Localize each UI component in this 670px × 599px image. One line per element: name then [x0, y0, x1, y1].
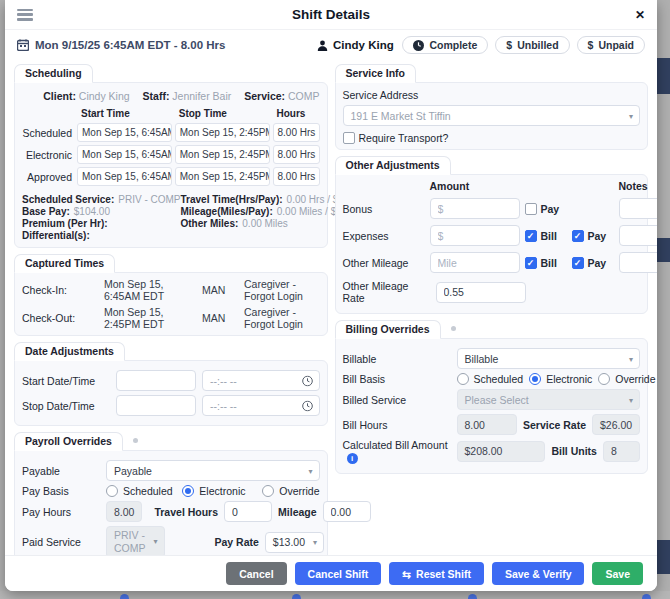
expenses-amount-input[interactable]: [430, 225, 520, 246]
checkin-datetime: Mon Sep 15, 6:45AM EDT: [104, 278, 196, 302]
bill-units-label: Bill Units: [551, 445, 597, 457]
row-label: Approved: [22, 171, 74, 183]
close-icon[interactable]: ✕: [635, 8, 645, 22]
amount-header: Amount: [430, 180, 520, 192]
row-label: Scheduled: [22, 127, 74, 139]
pay-basis-scheduled-radio[interactable]: Scheduled: [106, 485, 176, 497]
stop-time-input[interactable]: --:-- --: [202, 395, 320, 416]
shift-datetime: Mon 9/15/25 6:45AM EDT - 8.00 Hrs: [17, 39, 317, 51]
save-verify-button[interactable]: Save & Verify: [492, 562, 585, 585]
payable-select[interactable]: Payable: [106, 460, 320, 481]
tab-service-info: Service Info: [335, 64, 417, 83]
other-mileage-rate-input[interactable]: [436, 282, 526, 303]
expenses-notes-input[interactable]: [619, 225, 658, 246]
tab-indicator-dot: [133, 438, 138, 443]
tab-billing-overrides: Billing Overrides: [335, 320, 441, 339]
tab-date-adjustments: Date Adjustments: [14, 342, 125, 361]
save-button[interactable]: Save: [592, 562, 643, 585]
paid-service-select: PRIV - COMP: [106, 526, 165, 555]
modal-titlebar: Shift Details ✕: [5, 0, 657, 30]
bonus-notes-input[interactable]: [619, 198, 658, 219]
bill-basis-scheduled-radio[interactable]: Scheduled: [457, 373, 524, 385]
tab-payroll-overrides: Payroll Overrides: [14, 432, 123, 451]
travel-hours-input[interactable]: [224, 501, 272, 522]
info-icon[interactable]: i: [347, 453, 358, 464]
pay-rate-select[interactable]: $13.00: [265, 532, 324, 553]
scheduling-section: Scheduling Client: Cindy King Staff: Jen…: [14, 63, 328, 248]
status-badge-unpaid: $ Unpaid: [577, 36, 645, 54]
paid-service-label: Paid Service: [22, 536, 100, 548]
calculated-bill-amount-field: $208.00: [457, 441, 546, 462]
client-name-text: Cindy King: [333, 39, 394, 51]
stop-date-input[interactable]: [116, 395, 196, 416]
dollar-icon: $: [506, 39, 512, 51]
bill-hours-label: Bill Hours: [343, 419, 451, 431]
start-date-input[interactable]: [116, 370, 196, 391]
require-transport-checkbox[interactable]: Require Transport?: [343, 132, 641, 144]
bonus-pay-checkbox[interactable]: Pay: [525, 203, 567, 215]
pay-basis-electronic-radio[interactable]: Electronic: [182, 485, 256, 497]
modal-footer: Cancel Cancel Shift ⇆Reset Shift Save & …: [5, 555, 657, 591]
col-header-start: Start Time: [77, 107, 172, 120]
scheduling-meta: Client: Cindy King Staff: Jennifer Bair …: [22, 90, 320, 102]
mileage-input[interactable]: [323, 501, 371, 522]
cancel-shift-button[interactable]: Cancel Shift: [295, 562, 382, 585]
expenses-pay-checkbox[interactable]: Pay: [572, 230, 614, 242]
person-icon: [317, 40, 328, 51]
tab-captured-times: Captured Times: [14, 254, 115, 273]
shift-details-modal: Shift Details ✕ Mon 9/15/25 6:45AM EDT -…: [5, 0, 657, 591]
payroll-overrides-section: Payroll Overrides Payable Payable Pay Ba…: [14, 431, 328, 555]
col-header-hours: Hours: [273, 107, 320, 120]
other-mileage-bill-checkbox[interactable]: Bill: [525, 257, 567, 269]
calculated-bill-amount-label: Calculated Bill Amounti: [343, 439, 451, 464]
status-badge-unbilled: $ Unbilled: [495, 36, 569, 54]
bill-basis-override-radio[interactable]: Override: [598, 373, 655, 385]
billable-select[interactable]: Billable: [457, 348, 641, 369]
checkout-datetime: Mon Sep 15, 2:45PM EDT: [104, 306, 196, 330]
other-mileage-amount-input[interactable]: [430, 252, 520, 273]
checkout-label: Check-Out:: [22, 312, 98, 324]
bonus-amount-input[interactable]: [430, 198, 520, 219]
clock-icon: [413, 40, 424, 51]
background-page-bottom: [0, 591, 670, 599]
scheduling-table: Start Time Stop Time Hours Scheduled Mon…: [22, 107, 320, 186]
tab-other-adjustments: Other Adjustments: [335, 156, 451, 175]
pay-basis-override-radio[interactable]: Override: [262, 485, 319, 497]
scheduled-stop: Mon Sep 15, 2:45PM EDT: [175, 123, 270, 142]
service-rate-label: Service Rate: [523, 419, 586, 431]
background-page-right: [657, 0, 670, 599]
cancel-button[interactable]: Cancel: [226, 562, 286, 585]
bill-units-field: 8: [603, 441, 640, 462]
scheduled-start: Mon Sep 15, 6:45AM EDT: [77, 123, 172, 142]
row-label: Electronic: [22, 149, 74, 161]
service-address-select[interactable]: 191 E Market St Tiffin: [343, 105, 641, 126]
approved-stop: Mon Sep 15, 2:45PM EDT: [175, 167, 270, 186]
bonus-label: Bonus: [343, 203, 425, 215]
bill-basis-electronic-radio[interactable]: Electronic: [529, 373, 592, 385]
start-time-input[interactable]: --:-- --: [202, 370, 320, 391]
billed-service-label: Billed Service: [343, 394, 451, 406]
tab-indicator-dot: [451, 326, 456, 331]
other-adjustments-section: Other Adjustments Amount Notes Bonus Pay…: [335, 155, 649, 314]
other-mileage-notes-input[interactable]: [619, 252, 658, 273]
reset-shift-button[interactable]: ⇆Reset Shift: [389, 562, 484, 585]
other-mileage-label: Other Mileage: [343, 257, 425, 269]
other-mileage-rate-label: Other Mileage Rate: [343, 280, 425, 304]
calendar-icon: [17, 39, 29, 51]
expenses-bill-checkbox[interactable]: Bill: [525, 230, 567, 242]
service-rate-field: $26.00: [592, 414, 640, 435]
expenses-label: Expenses: [343, 230, 425, 242]
checkout-method: MAN: [202, 312, 238, 324]
col-header-stop: Stop Time: [175, 107, 270, 120]
notes-header: Notes: [619, 180, 658, 192]
electronic-start: Mon Sep 15, 6:45AM EDT: [77, 145, 172, 164]
approved-start: Mon Sep 15, 6:45AM EDT: [77, 167, 172, 186]
checkin-source: Caregiver - Forgot Login: [244, 278, 320, 302]
payable-label: Payable: [22, 465, 100, 477]
service-info-section: Service Info Service Address 191 E Marke…: [335, 63, 649, 150]
date-adjustments-section: Date Adjustments Start Date/Time --:-- -…: [14, 341, 328, 426]
other-mileage-pay-checkbox[interactable]: Pay: [572, 257, 614, 269]
menu-icon[interactable]: [17, 9, 33, 21]
billed-service-select: Please Select: [457, 389, 641, 410]
checkin-label: Check-In:: [22, 284, 98, 296]
